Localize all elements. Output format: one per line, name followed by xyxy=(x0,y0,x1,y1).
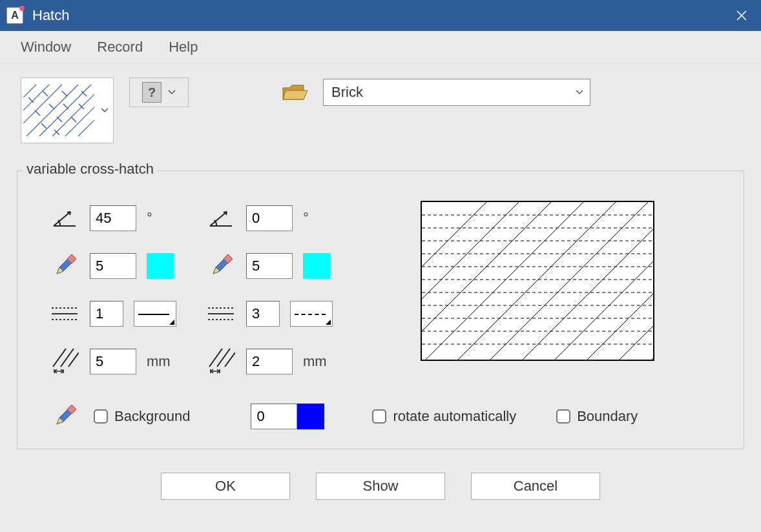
rotate-auto-checkbox[interactable]: rotate automatically xyxy=(372,408,516,425)
help-dropdown[interactable]: ? xyxy=(129,77,189,107)
pen-1-input[interactable] xyxy=(90,253,136,279)
angle-icon xyxy=(206,205,236,231)
svg-line-63 xyxy=(422,202,486,360)
svg-line-11 xyxy=(49,104,54,109)
svg-line-54 xyxy=(422,202,616,360)
svg-line-14 xyxy=(63,104,68,109)
svg-line-61 xyxy=(583,202,653,360)
svg-line-16 xyxy=(62,91,67,96)
menu-help[interactable]: Help xyxy=(160,35,207,59)
svg-line-6 xyxy=(23,85,36,104)
close-icon xyxy=(736,10,747,21)
pen-1-color[interactable] xyxy=(147,253,174,279)
svg-line-10 xyxy=(35,110,40,116)
svg-line-17 xyxy=(79,104,84,109)
svg-line-8 xyxy=(28,97,34,103)
window-title: Hatch xyxy=(32,7,69,24)
pencil-icon xyxy=(50,404,79,429)
options-row: Background rotate automatically Boundary xyxy=(50,404,725,429)
hatch-set-1: ° xyxy=(50,203,180,376)
chevron-down-icon xyxy=(96,78,113,143)
menu-record[interactable]: Record xyxy=(88,35,152,59)
hatch-swatch-icon xyxy=(21,78,96,143)
close-button[interactable] xyxy=(727,0,756,31)
mm-unit: mm xyxy=(147,353,180,370)
hatch-name-value: Brick xyxy=(331,84,576,101)
angle-icon xyxy=(50,205,79,231)
svg-line-56 xyxy=(422,202,653,360)
variable-cross-hatch-group: variable cross-hatch ° xyxy=(17,170,744,449)
checkbox-icon xyxy=(94,409,108,424)
svg-line-55 xyxy=(422,202,648,360)
show-button[interactable]: Show xyxy=(316,473,445,500)
dialog-body: ? Brick variable cross-hatch xyxy=(0,63,761,507)
titlebar: A Hatch xyxy=(0,0,761,31)
svg-line-1 xyxy=(26,85,78,136)
rotate-auto-label: rotate automatically xyxy=(393,408,516,425)
spacing-icon xyxy=(206,349,236,374)
svg-line-53 xyxy=(422,202,583,360)
chevron-down-icon xyxy=(168,90,176,95)
menu-window[interactable]: Window xyxy=(12,35,80,59)
svg-line-58 xyxy=(486,202,653,360)
hatch-pattern-dropdown[interactable] xyxy=(21,77,114,143)
svg-line-57 xyxy=(454,202,653,360)
spacing-icon xyxy=(50,349,79,374)
svg-line-34 xyxy=(209,349,222,367)
hatch-set-2: ° xyxy=(206,203,337,376)
background-color[interactable] xyxy=(297,404,324,429)
background-checkbox[interactable]: Background xyxy=(94,408,190,425)
linetype-2-input[interactable] xyxy=(246,301,280,327)
checkbox-icon xyxy=(556,409,570,424)
svg-line-3 xyxy=(52,88,94,136)
svg-line-15 xyxy=(71,117,76,122)
checkbox-icon xyxy=(372,409,386,424)
top-row: ? Brick xyxy=(12,63,749,159)
hatch-name-combo[interactable]: Brick xyxy=(323,79,590,106)
folder-button[interactable] xyxy=(282,84,308,103)
svg-line-7 xyxy=(78,114,94,136)
cancel-button[interactable]: Cancel xyxy=(471,473,600,500)
svg-line-25 xyxy=(61,349,74,367)
svg-line-60 xyxy=(551,202,653,360)
spacing-2-input[interactable] xyxy=(246,349,293,374)
spacing-1-input[interactable] xyxy=(90,349,136,374)
angle-1-input[interactable] xyxy=(90,205,136,231)
hatch-preview xyxy=(421,201,654,361)
boundary-label: Boundary xyxy=(577,408,638,425)
svg-line-13 xyxy=(57,117,62,122)
boundary-checkbox[interactable]: Boundary xyxy=(556,408,638,425)
pen-2-color[interactable] xyxy=(303,253,330,279)
svg-line-18 xyxy=(54,130,59,135)
svg-line-12 xyxy=(41,123,47,128)
svg-line-59 xyxy=(519,202,653,360)
pen-2-input[interactable] xyxy=(246,253,293,279)
svg-line-24 xyxy=(53,349,66,367)
menubar: Window Record Help xyxy=(0,31,761,63)
book-icon: ? xyxy=(142,82,162,103)
svg-line-52 xyxy=(422,202,551,360)
angle-2-input[interactable] xyxy=(246,205,293,231)
group-legend: variable cross-hatch xyxy=(23,161,158,178)
chevron-down-icon xyxy=(576,90,583,95)
degree-unit: ° xyxy=(303,210,337,227)
linetype-1-picker[interactable] xyxy=(134,301,176,327)
linetype-1-input[interactable] xyxy=(90,301,123,327)
pencil-icon xyxy=(50,253,79,279)
folder-icon xyxy=(282,84,308,103)
svg-line-9 xyxy=(43,91,48,96)
button-row: OK Show Cancel xyxy=(12,455,749,507)
linetype-2-picker[interactable] xyxy=(290,301,333,327)
degree-unit: ° xyxy=(147,210,180,227)
ok-button[interactable]: OK xyxy=(161,473,290,500)
mm-unit: mm xyxy=(303,353,337,370)
app-icon: A xyxy=(6,7,23,24)
svg-line-35 xyxy=(217,349,230,367)
linetype-icon xyxy=(50,301,79,327)
linetype-icon xyxy=(206,301,236,327)
pencil-icon xyxy=(206,253,236,279)
background-label: Background xyxy=(114,408,190,425)
background-pen-input[interactable] xyxy=(251,404,297,429)
